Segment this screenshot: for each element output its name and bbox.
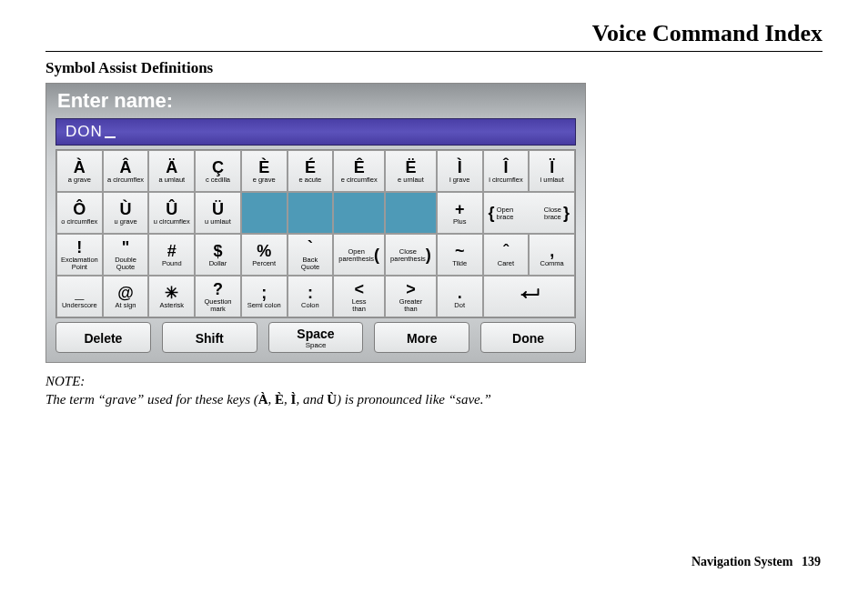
key[interactable]: Ùu grave — [103, 192, 149, 234]
key-label: Tilde — [452, 260, 467, 267]
key[interactable]: +Plus — [437, 192, 483, 234]
key-symbol: % — [257, 243, 271, 259]
key[interactable]: Ûu circumflex — [148, 192, 195, 234]
key-symbol: _ — [75, 285, 84, 301]
key[interactable]: <Less than — [333, 276, 385, 317]
key-label: Semi colon — [247, 302, 281, 309]
key-symbol: ; — [261, 285, 267, 301]
key-symbol: Ü — [212, 201, 224, 217]
space-button[interactable]: Space Space — [268, 322, 364, 353]
key[interactable]: ;Semi colon — [241, 276, 288, 317]
key[interactable]: ~Tilde — [437, 234, 483, 276]
key[interactable]: >Greater than — [385, 276, 437, 317]
name-input[interactable]: DON — [56, 118, 576, 146]
key-symbol: ! — [76, 239, 82, 256]
key[interactable]: Äa umlaut — [148, 150, 195, 192]
key[interactable]: Îi circumflex — [483, 150, 530, 192]
key[interactable]: #Pound — [148, 234, 195, 276]
key[interactable]: Üu umlaut — [195, 192, 241, 234]
key-symbol: Ë — [405, 159, 416, 176]
key-label: u umlaut — [205, 218, 231, 226]
key-symbol: , — [550, 243, 554, 259]
key-label: Pound — [162, 260, 182, 267]
key[interactable]: Ìi grave — [437, 150, 483, 192]
key-label: a umlaut — [158, 176, 185, 184]
key[interactable]: Open parenthesis( — [333, 234, 385, 276]
key[interactable]: Àa grave — [56, 150, 103, 192]
key[interactable]: ?Question mark — [195, 276, 241, 317]
key[interactable]: _Underscore — [56, 276, 103, 317]
key-brace-pair[interactable]: {Open braceClose brace} — [483, 192, 575, 234]
key-label: Asterisk — [159, 302, 184, 309]
key-symbol: ✳ — [165, 285, 178, 301]
screen-title: Enter name: — [46, 84, 585, 118]
key[interactable]: ,Comma — [529, 234, 575, 276]
key[interactable]: Close parenthesis) — [385, 234, 437, 276]
key-label: Colon — [301, 302, 319, 309]
key-label: Underscore — [62, 302, 97, 309]
action-row: Delete Shift Space Space More Done — [46, 318, 585, 353]
key[interactable]: Ïi umlaut — [529, 150, 575, 192]
note-body: The term “grave” used for these keys (À,… — [45, 392, 491, 407]
key-label: u grave — [115, 218, 137, 226]
key-label: u circumflex — [154, 218, 190, 226]
more-button[interactable]: More — [374, 322, 469, 353]
key[interactable]: Ôo circumflex — [56, 192, 103, 234]
key-label: Less than — [352, 298, 367, 313]
key[interactable]: Êe circumflex — [333, 150, 385, 192]
text-cursor-icon — [105, 136, 116, 138]
onscreen-keyboard-panel: Enter name: DON Àa graveÂa circumflexÄa … — [45, 83, 586, 363]
key-label: Dollar — [209, 260, 227, 267]
delete-button[interactable]: Delete — [56, 322, 151, 353]
key[interactable]: :Colon — [288, 276, 334, 317]
section-title: Symbol Assist Definitions — [45, 59, 823, 77]
page-footer: Navigation System 139 — [691, 555, 821, 569]
key[interactable]: "Double Quote — [103, 234, 149, 276]
key-symbol: Ù — [120, 201, 132, 217]
key-label: i grave — [449, 176, 470, 184]
key[interactable]: .Dot — [437, 276, 483, 317]
key[interactable]: Ëe umlaut — [385, 150, 437, 192]
key-symbol: Ê — [354, 159, 365, 176]
key[interactable]: @At sign — [103, 276, 149, 317]
key-label: i circumflex — [489, 176, 523, 184]
page-header-title: Voice Command Index — [45, 20, 823, 51]
key-label: e grave — [253, 176, 276, 184]
key-symbol: Î — [503, 159, 508, 176]
key-symbol: Ï — [550, 159, 554, 176]
key[interactable]: `Back Quote — [288, 234, 334, 276]
enter-icon — [515, 286, 542, 307]
key[interactable]: Èe grave — [241, 150, 288, 192]
shift-button[interactable]: Shift — [162, 322, 257, 353]
key-label: Percent — [252, 260, 276, 267]
key-symbol: Ì — [458, 159, 462, 176]
key[interactable]: ˆCaret — [483, 234, 530, 276]
key-label: Double Quote — [115, 256, 136, 271]
key[interactable]: Çc cedilla — [195, 150, 241, 192]
enter-key[interactable] — [483, 276, 575, 317]
key[interactable]: Âa circumflex — [103, 150, 149, 192]
key-symbol: ) — [426, 246, 431, 263]
key-label: e acute — [299, 176, 322, 184]
done-button[interactable]: Done — [480, 322, 576, 353]
key-symbol: ` — [308, 239, 313, 256]
footer-page-number: 139 — [802, 555, 821, 568]
key-label: Open parenthesis — [338, 248, 374, 263]
key[interactable]: !Exclamation Point — [56, 234, 103, 276]
key-disabled — [241, 192, 288, 234]
key-symbol: . — [458, 285, 462, 301]
key-symbol: ~ — [455, 243, 465, 259]
note-block: NOTE: The term “grave” used for these ke… — [45, 372, 823, 409]
key-symbol: ? — [213, 281, 223, 297]
page-rule — [45, 51, 823, 52]
key-symbol: Â — [120, 159, 132, 176]
key-symbol: È — [258, 159, 269, 176]
key[interactable]: %Percent — [241, 234, 288, 276]
key[interactable]: Ée acute — [288, 150, 334, 192]
key[interactable]: ✳Asterisk — [148, 276, 195, 317]
key-symbol: Ä — [166, 159, 177, 176]
key-label: Exclamation Point — [61, 256, 98, 271]
key-label: At sign — [116, 302, 136, 309]
key-label: Plus — [453, 218, 467, 226]
key[interactable]: $Dollar — [195, 234, 241, 276]
